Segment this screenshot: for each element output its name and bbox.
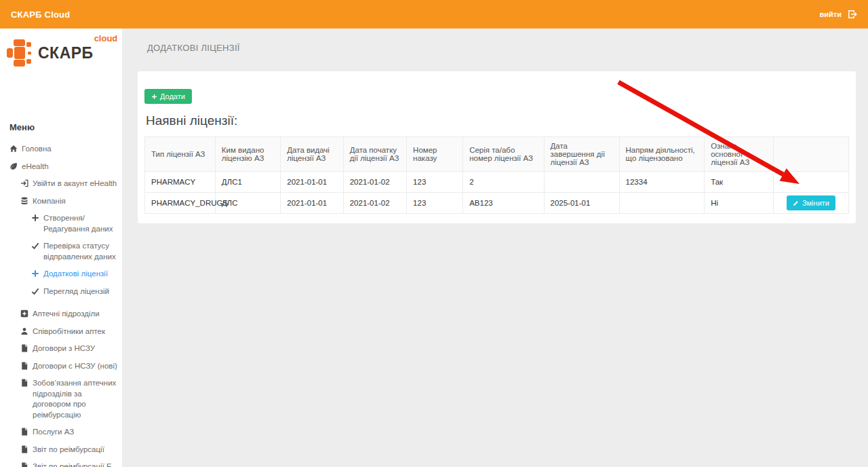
edit-button-label: Змінити	[802, 199, 829, 207]
home-icon	[9, 145, 18, 153]
cell-actions: Змінити	[773, 193, 848, 214]
cell-is-main-license: Ні	[705, 193, 774, 214]
sidebar-item-reimbursement-obligations[interactable]: Зобов’язання аптечних підрозділів за дог…	[0, 375, 122, 424]
cell-end-date: 2025-01-01	[544, 193, 619, 214]
licenses-table: Тип ліцензії АЗ Ким видано ліцензію АЗ Д…	[144, 136, 849, 214]
sidebar-item-label: Увійти в акаунт eHealth	[33, 179, 117, 189]
cell-end-date	[544, 172, 619, 193]
sidebar-item-pharmacy-staff[interactable]: Співробітники аптек	[0, 323, 122, 341]
table-row: PHARMACY ДЛС1 2021-01-01 2021-01-02 123 …	[145, 172, 849, 193]
sidebar-item-ehealth[interactable]: eHealth	[0, 158, 122, 176]
cell-is-main-license: Так	[705, 172, 774, 193]
logo-text: СКАРБ	[38, 39, 94, 67]
column-header: Напрям діяльності, що ліцензовано	[619, 137, 705, 172]
file-icon	[20, 379, 28, 387]
app-brand: СКАРБ Cloud	[11, 10, 70, 20]
check-icon	[31, 242, 39, 250]
sidebar-item-label: Послуги АЗ	[33, 427, 74, 438]
sidebar-item-az-services[interactable]: Послуги АЗ	[0, 424, 122, 441]
cell-issue-date: 2021-01-01	[281, 193, 343, 214]
plus-square-icon	[20, 310, 28, 318]
sidebar-item-label: Звіт по реімбурсації	[33, 445, 104, 455]
sidebar-item-create-edit-data[interactable]: Створення/Редагування даних	[0, 210, 122, 238]
licenses-card: Додати Наявні ліцензії: Тип ліцензії АЗ …	[138, 71, 856, 223]
table-header-row: Тип ліцензії АЗ Ким видано ліцензію АЗ Д…	[145, 137, 849, 172]
edit-license-button[interactable]: Змінити	[787, 195, 835, 210]
cell-issued-by: ДЛС	[215, 193, 281, 214]
sidebar-item-home[interactable]: Головна	[0, 141, 122, 158]
column-header: Ознака основної ліцензії АЗ	[705, 137, 774, 172]
logout-button[interactable]: вийти	[820, 10, 857, 19]
sidebar-item-view-licenses[interactable]: Перегляд ліцензій	[0, 283, 122, 301]
sidebar-item-nszu-contracts-new[interactable]: Договори с НСЗУ (нові)	[0, 358, 122, 375]
plus-icon	[31, 214, 39, 222]
file-icon	[20, 344, 28, 352]
sidebar-item-label: Створення/Редагування даних	[43, 213, 118, 234]
sidebar: СКАРБ cloud Меню Головна eHealth Увійти …	[0, 29, 122, 467]
cell-license-type: PHARMACY_DRUGS	[145, 193, 216, 214]
plus-icon	[151, 94, 157, 100]
sidebar-item-ehealth-login[interactable]: Увійти в акаунт eHealth	[0, 175, 122, 193]
column-header: Серія та/або номер ліцензії АЗ	[463, 137, 544, 172]
sidebar-item-label: Співробітники аптек	[33, 326, 105, 337]
sidebar-item-pharmacy-units[interactable]: Аптечні підрозділи	[0, 305, 122, 323]
sidebar-item-label: eHealth	[22, 162, 49, 172]
sidebar-item-label: Перевірка статусу відправлених даних	[43, 241, 118, 262]
logout-label: вийти	[820, 10, 842, 18]
page-title: ДОДАТКОВІ ЛІЦЕНЗІЇ	[147, 43, 868, 53]
sign-in-icon	[20, 179, 28, 187]
sidebar-item-label: Договори з НСЗУ	[33, 343, 95, 354]
plus-icon	[31, 269, 39, 278]
cell-issued-by: ДЛС1	[215, 172, 281, 193]
sidebar-item-reimbursement-report[interactable]: Звіт по реімбурсації	[0, 441, 122, 459]
add-button-label: Додати	[160, 92, 185, 100]
sidebar-item-label: Аптечні підрозділи	[33, 309, 100, 320]
user-icon	[20, 327, 28, 335]
file-icon	[20, 428, 28, 436]
cell-order-number: 123	[407, 172, 463, 193]
menu-heading: Меню	[9, 122, 122, 132]
sidebar-item-additional-licenses[interactable]: Додаткові ліцензії	[0, 265, 122, 283]
column-header: Дата завершення дії ліцензії АЗ	[544, 137, 619, 172]
sidebar-item-label: Головна	[22, 144, 52, 155]
sidebar-item-label: Компанія	[33, 196, 66, 207]
cell-licensed-activity	[619, 193, 705, 214]
sidebar-item-company[interactable]: Компанія	[0, 193, 122, 210]
column-header: Номер наказу	[407, 137, 463, 172]
cell-series-number: 2	[463, 172, 544, 193]
skarb-logo-icon	[7, 39, 34, 67]
column-header-actions	[773, 137, 848, 172]
cell-issue-date: 2021-01-01	[281, 172, 343, 193]
cell-start-date: 2021-01-02	[343, 193, 406, 214]
sidebar-item-label: Перегляд ліцензій	[43, 286, 109, 297]
sidebar-item-label: Договори с НСЗУ (нові)	[33, 361, 117, 372]
column-header: Дата початку дії ліцензії АЗ	[343, 137, 406, 172]
leaf-icon	[9, 162, 18, 170]
app-logo: СКАРБ cloud	[0, 29, 122, 71]
sidebar-item-label: Звіт по реімбурсації E-Health	[33, 462, 118, 467]
sidebar-item-label: Зобов’язання аптечних підрозділів за дог…	[33, 378, 118, 420]
file-icon	[20, 362, 28, 370]
logo-cloud-suffix: cloud	[94, 33, 118, 43]
file-icon	[20, 445, 28, 453]
cell-series-number: AB123	[463, 193, 544, 214]
check-icon	[31, 287, 39, 295]
column-header: Дата видачі ліцензії АЗ	[281, 137, 343, 172]
cell-start-date: 2021-01-02	[343, 172, 406, 193]
sidebar-item-check-sent-data-status[interactable]: Перевірка статусу відправлених даних	[0, 238, 122, 265]
table-row: PHARMACY_DRUGS ДЛС 2021-01-01 2021-01-02…	[145, 193, 849, 214]
column-header: Тип ліцензії АЗ	[145, 137, 216, 172]
sidebar-item-label: Додаткові ліцензії	[43, 269, 108, 280]
cell-license-type: PHARMACY	[145, 172, 216, 193]
cell-licensed-activity: 12334	[619, 172, 705, 193]
file-icon	[20, 462, 28, 467]
sidebar-item-nszu-contracts[interactable]: Договори з НСЗУ	[0, 340, 122, 358]
database-icon	[20, 197, 28, 205]
column-header: Ким видано ліцензію АЗ	[215, 137, 281, 172]
sidebar-item-reimbursement-report-ehealth[interactable]: Звіт по реімбурсації E-Health	[0, 458, 122, 467]
pencil-icon	[793, 200, 799, 206]
add-license-button[interactable]: Додати	[144, 89, 192, 104]
top-navbar: СКАРБ Cloud вийти	[0, 0, 868, 29]
section-title: Наявні ліцензії:	[146, 113, 849, 128]
logout-icon	[848, 10, 857, 19]
